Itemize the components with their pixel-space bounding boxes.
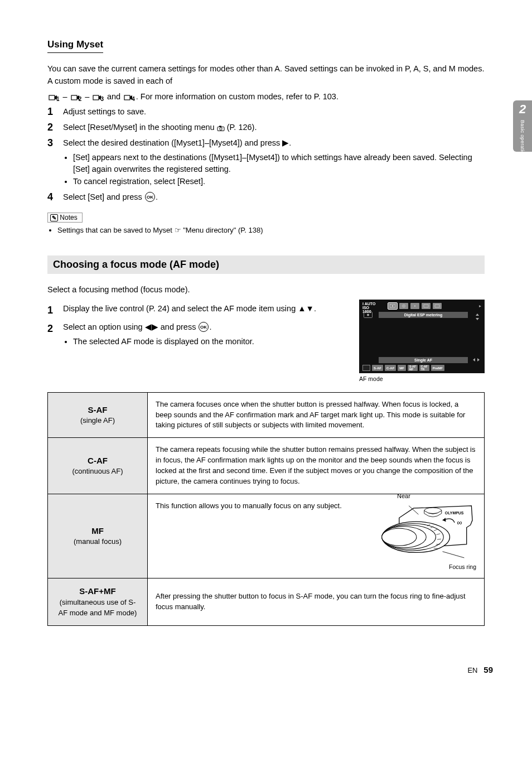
lv-leftright-icon [473, 358, 480, 363]
af-step2-bullet: The selected AF mode is displayed on the… [73, 336, 254, 348]
lv-updown-icon [475, 314, 480, 321]
safmf-name: S-AF+MF [56, 585, 139, 597]
svg-marker-26 [473, 358, 475, 361]
movie4-icon: 4 [124, 91, 135, 103]
svg-marker-24 [476, 314, 479, 316]
shooting-menu-icon [217, 122, 225, 134]
svg-text:OLYMPUS: OLYMPUS [445, 511, 464, 515]
step-3-body: Select the desired destination ([Myset1]… [63, 137, 485, 188]
ok-button-icon: OK [198, 321, 209, 334]
page-number: 59 [483, 665, 493, 674]
lv-iso-label: i AUTO [362, 302, 375, 306]
live-control-preview: i AUTO ISO1600 ▸ Digital ESP metering Si… [359, 300, 485, 373]
af-step2-body: Select an option using ◀▶ and press OK. … [63, 321, 254, 348]
note-icon: ✎ [50, 214, 58, 221]
af-mode-table: S-AF (single AF) The camera focuses once… [47, 392, 485, 626]
step2-text: Select [Reset/Myset] in the shooting men… [63, 123, 217, 132]
lv-arrow-icon: ▸ [479, 303, 481, 308]
step3-bullet1: [Set] appears next to the destinations (… [73, 152, 485, 176]
heading-myset: Using Myset [47, 39, 103, 53]
table-row-safmf: S-AF+MF (simultaneous use of S-AF mode a… [48, 578, 485, 625]
movie2-icon: 2 [71, 91, 82, 103]
svg-point-32 [382, 528, 417, 546]
svg-marker-25 [476, 318, 479, 320]
af-lead: Select a focusing method (focus mode). [47, 285, 190, 294]
mf-text: This function allows you to manually foc… [156, 502, 342, 510]
svg-rect-20 [424, 305, 428, 307]
svg-text:∞: ∞ [457, 518, 462, 527]
heading-af-mode: Choosing a focus mode (AF mode) [47, 255, 485, 274]
lv-mode-sh-icon [433, 303, 442, 309]
step2-text2: (P. 126). [227, 123, 257, 132]
af-step2-text: Select an option using [63, 322, 145, 331]
lv-opt-saf: S-AF [372, 365, 383, 371]
mf-name: MF [56, 525, 139, 537]
step-4-body: Select [Set] and press OK. [63, 191, 158, 204]
right-arrow-icon: ▶ [282, 138, 289, 147]
myset-intro2: . For more information on custom modes, … [136, 92, 338, 101]
svg-rect-4 [93, 95, 99, 100]
svg-text:OK: OK [200, 325, 207, 330]
step3-bullet2: To cancel registration, select [Reset]. [73, 176, 485, 188]
af-step2-num: 2 [47, 321, 63, 348]
up-down-icon: ▲▼ [298, 304, 314, 313]
note1-text: Settings that can be saved to Myset [57, 226, 175, 234]
mf-illustration: OLYMPUS ∞ Near Focus ring [370, 501, 476, 572]
svg-point-19 [414, 306, 415, 307]
svg-marker-27 [477, 358, 480, 361]
svg-rect-9 [219, 126, 221, 128]
svg-point-18 [403, 306, 404, 307]
svg-point-16 [392, 305, 393, 306]
svg-point-10 [219, 128, 221, 130]
caf-text: The camera repeats focusing while the sh… [148, 438, 485, 494]
svg-text:OK: OK [147, 195, 153, 200]
svg-rect-21 [435, 305, 439, 307]
ok-button-icon: OK [144, 191, 156, 204]
step-3-number: 3 [47, 137, 63, 188]
step4-dot: . [156, 192, 158, 201]
svg-rect-0 [49, 95, 55, 100]
lv-metering-options [388, 303, 442, 309]
af-step1-dot: . [314, 304, 316, 313]
mf-near-label: Near [397, 492, 410, 501]
af-step1-num: 1 [47, 303, 63, 318]
lv-opt-premf: PreMF [431, 365, 444, 371]
saf-text: The camera focuses once when the shutter… [148, 392, 485, 438]
notes-label: Notes [60, 214, 77, 221]
step-2-body: Select [Reset/Myset] in the shooting men… [63, 122, 257, 134]
saf-name: S-AF [56, 404, 139, 416]
af-step1-body: Display the live control (P. 24) and sel… [63, 303, 316, 318]
safmf-text: After pressing the shutter button to foc… [148, 578, 485, 625]
lv-mode-cw-icon [399, 303, 408, 309]
movie1-icon: 1 [49, 91, 60, 103]
lv-metering-label: Digital ESP metering [379, 312, 468, 318]
svg-line-45 [443, 551, 465, 557]
af-step1-text: Display the live control (P. 24) and sel… [63, 304, 298, 313]
page-footer: EN 59 [0, 659, 532, 691]
notes-heading: ✎ Notes [47, 213, 83, 223]
step-2-number: 2 [47, 122, 63, 134]
lv-metering-sel-icon [364, 312, 373, 319]
lv-caption: AF mode [359, 375, 485, 383]
myset-intro: You can save the current camera settings… [47, 63, 485, 103]
lv-opt-safmf: S-AFMF [408, 365, 418, 371]
caf-name: C-AF [56, 455, 139, 467]
notes-list: Settings that can be saved to Myset ☞ "M… [47, 225, 485, 236]
saf-desc: (single AF) [56, 416, 139, 426]
lv-opt-mf: MF [398, 365, 406, 371]
safmf-desc: (simultaneous use of S-AF mode and MF mo… [56, 597, 139, 619]
pointer-icon: ☞ [175, 226, 181, 234]
table-row-mf: MF (manual focus) [48, 494, 485, 578]
step-1-body: Adjust settings to save. [63, 106, 146, 118]
af-step2-text2: and press [161, 322, 199, 331]
footer-lang: EN [467, 666, 477, 674]
step4-text: Select [Set] and press [63, 192, 144, 201]
table-row-saf: S-AF (single AF) The camera focuses once… [48, 392, 485, 438]
lv-mode-hi-icon [422, 303, 431, 309]
table-row-caf: C-AF (continuous AF) The camera repeats … [48, 438, 485, 494]
step3-dot: . [289, 138, 291, 147]
lv-af-options: S-AF C-AF MF S-AFMF C-AFTR PreMF [362, 365, 444, 371]
lv-mode-esp-icon [388, 303, 397, 309]
movie3-icon: 3 [93, 91, 104, 103]
step-4-number: 4 [47, 191, 63, 204]
